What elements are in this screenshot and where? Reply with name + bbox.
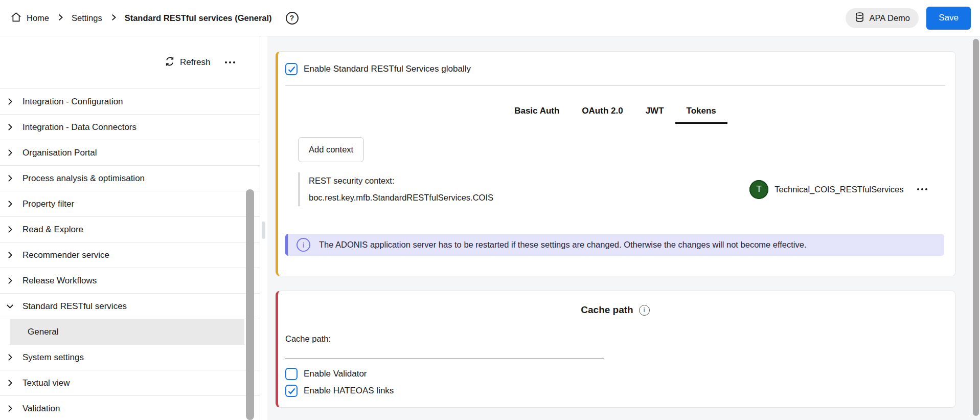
sidebar-item-system-settings[interactable]: System settings [0,345,260,370]
database-icon [854,12,865,25]
security-context-user-name: Technical_COIS_RESTfulServices [774,185,903,194]
restart-info-text: The ADONIS application server has to be … [319,240,807,250]
enable-hateoas-checkbox[interactable] [285,385,298,397]
chevron-right-icon [6,97,14,106]
tab-basic-auth[interactable]: Basic Auth [503,104,571,124]
sidebar-item-label: Standard RESTful services [22,301,127,312]
enable-rest-services-checkbox[interactable] [285,63,298,75]
chevron-right-icon [57,13,64,23]
save-button[interactable]: Save [926,7,971,30]
enable-hateoas-row: Enable HATEOAS links [285,385,945,397]
sidebar-item-label: System settings [22,352,84,363]
sidebar-splitter-handle[interactable] [262,222,265,239]
security-context-label: REST security context: [309,172,493,189]
security-context-row: REST security context: boc.rest.key.mfb.… [298,172,945,206]
settings-content-area: Enable Standard RESTful Services globall… [260,36,980,420]
sidebar-item-process-analysis[interactable]: Process analysis & optimisation [0,166,260,191]
chevron-right-icon [6,200,14,208]
enable-validator-row: Enable Validator [285,368,945,380]
tab-oauth2[interactable]: OAuth 2.0 [571,104,634,124]
context-more-icon[interactable] [917,188,928,191]
chevron-right-icon [6,174,14,183]
enable-hateoas-label: Enable HATEOAS links [304,386,394,396]
sidebar-item-read-explore[interactable]: Read & Explore [0,217,260,242]
cache-path-label: Cache path: [285,334,945,344]
auth-tabs: Basic Auth OAuth 2.0 JWT Tokens [285,104,945,124]
chevron-right-icon [6,379,14,387]
sidebar-item-label: Recommender service [22,250,109,260]
sidebar-item-property-filter[interactable]: Property filter [0,191,260,217]
sidebar-item-label: Read & Explore [22,225,83,235]
breadcrumb-home[interactable]: Home [10,11,49,25]
enable-validator-checkbox[interactable] [285,368,298,380]
enable-validator-label: Enable Validator [304,369,367,379]
sidebar-item-integration-configuration[interactable]: Integration - Configuration [0,89,260,115]
breadcrumb-current-page: Standard RESTful services (General) [125,13,272,23]
restart-info-banner: i The ADONIS application server has to b… [285,234,944,256]
page-title: Standard RESTful services (General) [125,13,272,23]
sidebar-item-label: Process analysis & optimisation [22,173,145,184]
home-icon [10,11,22,25]
chevron-right-icon [6,225,14,234]
sidebar-toolbar: Refresh [0,36,260,89]
sidebar-item-recommender-service[interactable]: Recommender service [0,242,260,268]
sidebar-item-label: Textual view [22,378,70,388]
tab-jwt[interactable]: JWT [634,104,675,124]
security-context-info: REST security context: boc.rest.key.mfb.… [298,172,493,206]
security-context-user: T Technical_COIS_RESTfulServices [749,180,927,199]
divider [285,85,945,86]
tab-tokens[interactable]: Tokens [675,104,727,124]
security-context-key: boc.rest.key.mfb.StandardRESTfulServices… [309,189,493,206]
sidebar-item-label: Integration - Data Connectors [22,122,136,132]
chevron-right-icon [6,353,14,362]
chevron-right-icon [6,276,14,285]
refresh-icon [165,56,175,69]
sidebar-subitem-label: General [28,327,58,337]
main-scrollbar[interactable] [973,39,979,416]
sidebar-item-textual-view[interactable]: Textual view [0,370,260,396]
sidebar-subitem-general[interactable]: General [10,319,244,345]
settings-sidebar: Refresh Integration - Configuration Inte… [0,36,260,420]
cache-path-title: Cache path [581,304,633,316]
settings-panels: Enable Standard RESTful Services globall… [267,36,980,420]
chevron-right-icon [6,123,14,131]
sidebar-item-organisation-portal[interactable]: Organisation Portal [0,140,260,166]
sidebar-item-label: Organisation Portal [22,148,97,158]
header-actions: APA Demo Save [846,7,971,30]
enable-rest-services-label: Enable Standard RESTful Services globall… [304,64,471,74]
enable-rest-services-row: Enable Standard RESTful Services globall… [285,63,945,75]
sidebar-item-label: Release Workflows [22,276,97,286]
avatar: T [749,180,768,199]
help-icon[interactable]: ? [286,12,299,25]
settings-nav: Integration - Configuration Integration … [0,89,260,420]
sidebar-item-label: Validation [22,404,60,414]
info-icon[interactable]: i [639,305,650,316]
add-context-button[interactable]: Add context [298,137,364,162]
breadcrumb-settings-label: Settings [72,13,102,23]
breadcrumb: Home Settings Standard RESTful services … [10,11,299,25]
sidebar-more-icon[interactable] [225,61,236,64]
chevron-down-icon [6,302,14,311]
repository-badge-label: APA Demo [870,13,910,23]
sidebar-item-release-workflows[interactable]: Release Workflows [0,268,260,294]
sidebar-item-label: Property filter [22,199,74,209]
sidebar-item-label: Integration - Configuration [22,97,123,107]
breadcrumb-settings[interactable]: Settings [72,13,102,23]
cache-path-card: Cache path i Cache path: Enable Validato… [276,291,956,408]
breadcrumb-home-label: Home [27,13,49,23]
cache-path-input[interactable] [285,345,604,359]
top-bar: Home Settings Standard RESTful services … [0,0,980,36]
cache-path-header: Cache path i [285,304,945,316]
sidebar-scrollbar[interactable] [246,189,254,420]
refresh-label: Refresh [180,57,211,68]
chevron-right-icon [110,13,117,23]
sidebar-item-standard-restful-services[interactable]: Standard RESTful services [0,294,260,319]
chevron-right-icon [6,148,14,157]
refresh-button[interactable]: Refresh [165,56,211,69]
sidebar-item-validation[interactable]: Validation [0,396,260,420]
sidebar-item-integration-data-connectors[interactable]: Integration - Data Connectors [0,115,260,140]
restful-services-card: Enable Standard RESTful Services globall… [276,51,956,276]
info-icon: i [297,238,310,252]
repository-badge[interactable]: APA Demo [846,8,919,28]
chevron-right-icon [6,251,14,259]
